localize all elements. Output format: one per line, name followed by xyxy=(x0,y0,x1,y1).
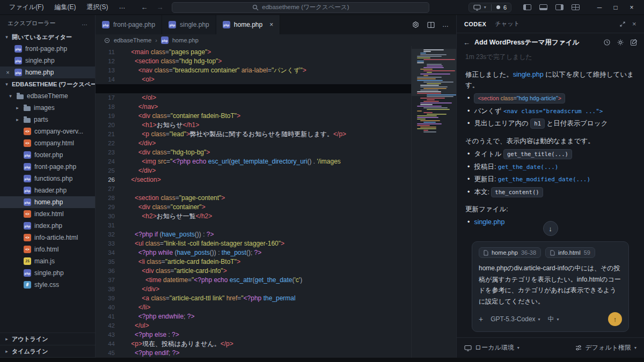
history-icon[interactable] xyxy=(603,39,611,46)
explorer-more-actions-icon[interactable]: … xyxy=(82,20,87,26)
file-tree: ▾edbaseTheme▸images▸parts<>company-overv… xyxy=(0,90,95,333)
close-panel-icon[interactable]: × xyxy=(632,20,636,28)
back-icon[interactable]: ← xyxy=(463,39,470,47)
workspace-label: EDBASETHEME (ワークスペース) xyxy=(12,80,95,88)
send-button[interactable]: ↑ xyxy=(608,312,622,326)
file-link[interactable]: single.php xyxy=(513,71,544,78)
add-context-button[interactable]: + xyxy=(479,315,483,323)
folder-icon xyxy=(24,118,31,123)
timeline-section[interactable]: ▸ タイムライン xyxy=(0,345,95,358)
explorer-title: エクスプローラー xyxy=(8,19,56,27)
code-line-21: 21 <p class="lead">弊社や製品に関するお知らせを随時更新します… xyxy=(96,130,456,139)
tree-item-home.php[interactable]: phphome.php xyxy=(0,196,95,208)
php-icon: php xyxy=(223,21,230,28)
php-icon: php xyxy=(14,57,22,64)
minimap[interactable] xyxy=(411,46,456,358)
menu-item-0[interactable]: ファイル(F) xyxy=(4,1,48,13)
tab-codex[interactable]: CODEX xyxy=(464,21,486,27)
breadcrumb-file[interactable]: home.php xyxy=(172,37,199,43)
workspace-header[interactable]: ▾ EDBASETHEME (ワークスペース) xyxy=(0,78,95,90)
tab-single.php[interactable]: phpsingle.php xyxy=(162,15,216,34)
code-editor[interactable]: 11 <main class="pages page">12 <section … xyxy=(96,46,456,358)
tab-bar: phpfront-page.phpphpsingle.phpphphome.ph… xyxy=(96,15,456,34)
tree-item-single.php[interactable]: phpsingle.php xyxy=(0,267,95,279)
minimize-button[interactable]: ─ xyxy=(591,4,608,11)
toggle-secondary-sidebar-icon[interactable] xyxy=(555,4,564,10)
customize-layout-icon[interactable] xyxy=(572,4,580,10)
session-indicator[interactable]: ▾ 6 xyxy=(469,3,511,12)
open-editor-front-page.php[interactable]: phpfront-page.php xyxy=(0,43,95,55)
php-icon: php xyxy=(169,21,176,28)
environment-selector[interactable]: ローカル環境 ▾ xyxy=(464,343,519,352)
collapsed-region[interactable] xyxy=(96,84,456,93)
split-editor-icon[interactable] xyxy=(427,21,435,28)
php-icon: php xyxy=(24,187,31,194)
tab-home.php[interactable]: phphome.php× xyxy=(216,15,280,34)
close-button[interactable]: × xyxy=(624,4,640,11)
toggle-sidebar-icon[interactable] xyxy=(523,4,531,10)
outline-section[interactable]: ▸ アウトライン xyxy=(0,333,95,345)
toggle-panel-icon[interactable] xyxy=(539,4,547,10)
forward-icon[interactable]: → xyxy=(156,3,163,11)
code-line-23: 23 <div class="hdg-top-bg"> xyxy=(96,148,456,157)
context-chip-info.html[interactable]: info.html59 xyxy=(545,247,595,258)
close-tab-icon[interactable]: × xyxy=(269,21,273,28)
open-editor-home.php[interactable]: ×phphome.php xyxy=(0,67,95,78)
effort-selector[interactable]: 中 ▾ xyxy=(548,315,559,324)
permission-selector[interactable]: デフォルト権限 ▾ xyxy=(575,343,636,352)
file-link[interactable]: single.php xyxy=(474,218,504,226)
tree-item-company.html[interactable]: <>company.html xyxy=(0,137,95,149)
code-line-11: 11 <main class="pages page"> xyxy=(96,48,456,57)
php-icon: php xyxy=(24,222,31,230)
tree-item-style.css[interactable]: #style.css xyxy=(0,279,95,291)
back-icon[interactable]: ← xyxy=(141,3,148,11)
code-line-41: 41 <?php endwhile; ?> xyxy=(96,312,456,321)
open-editors-header[interactable]: ▾ 開いているエディター xyxy=(0,31,95,43)
tree-item-footer.php[interactable]: phpfooter.php xyxy=(0,149,95,161)
expand-panel-icon[interactable] xyxy=(619,21,626,27)
maximize-button[interactable]: □ xyxy=(608,4,624,11)
tree-item-parts[interactable]: ▸parts xyxy=(0,114,95,125)
tree-item-functions.php[interactable]: phpfunctions.php xyxy=(0,173,95,184)
new-chat-icon[interactable] xyxy=(630,39,638,46)
menu-item-2[interactable]: 選択(S) xyxy=(82,1,113,13)
draft-text[interactable]: home.phpのdiv.article-card-infoの中には、その投稿が… xyxy=(479,263,622,307)
code-line-24: 24 <img src="<?php echo esc_url(get_temp… xyxy=(96,157,456,166)
outline-label: アウトライン xyxy=(12,335,48,343)
open-editor-single.php[interactable]: phpsingle.php xyxy=(0,55,95,67)
close-editor-icon[interactable]: × xyxy=(4,69,11,76)
tree-item-header.php[interactable]: phpheader.php xyxy=(0,184,95,196)
search-text: edbasetheme (ワークスペース) xyxy=(262,3,349,11)
tree-item-company-overv...[interactable]: <>company-overv... xyxy=(0,125,95,137)
command-center-search[interactable]: edbasetheme (ワークスペース) xyxy=(172,2,429,13)
tab-front-page.php[interactable]: phpfront-page.php xyxy=(96,15,162,34)
code-line-35: 35 <li class="article-card fadein-BtoT"> xyxy=(96,257,456,267)
tab-chat[interactable]: チャット xyxy=(495,20,520,28)
tree-root-folder[interactable]: ▾edbaseTheme xyxy=(0,90,95,102)
tree-item-index.html[interactable]: <>index.html xyxy=(0,208,95,220)
codex-icon[interactable] xyxy=(412,21,420,29)
menubar: ファイル(F)編集(E)選択(S)… xyxy=(4,1,130,13)
code-line-36: 36 <div class="article-card-info"> xyxy=(96,267,456,276)
breadcrumb-folder[interactable]: edbaseTheme xyxy=(114,37,151,43)
scroll-to-bottom-button[interactable]: ↓ xyxy=(543,221,558,236)
php-icon: php xyxy=(24,163,31,171)
open-editors-list: phpfront-page.phpphpsingle.php×phphome.p… xyxy=(0,43,95,78)
model-selector[interactable]: GPT-5.3-Codex ▾ xyxy=(491,315,540,323)
tree-item-info.html[interactable]: <>info.html xyxy=(0,243,95,255)
menu-item-3[interactable]: … xyxy=(114,1,130,13)
code-line-19: 19 <div class="container fadein-BtoT"> xyxy=(96,112,456,121)
tree-item-main.js[interactable]: JSmain.js xyxy=(0,255,95,267)
context-chip-home.php[interactable]: home.php36-38 xyxy=(479,247,541,258)
titlebar: ファイル(F)編集(E)選択(S)… ← → edbasetheme (ワークス… xyxy=(0,0,644,15)
chat-composer[interactable]: home.php36-38info.html59 home.phpのdiv.ar… xyxy=(472,241,629,332)
tree-item-info-article.html[interactable]: <>info-article.html xyxy=(0,232,95,243)
open-editors-label: 開いているエディター xyxy=(12,33,72,41)
settings-gear-icon[interactable] xyxy=(617,39,624,46)
tree-item-images[interactable]: ▸images xyxy=(0,102,95,114)
breadcrumb[interactable]: edbaseTheme › php home.php xyxy=(96,34,456,46)
tree-item-front-page.php[interactable]: phpfront-page.php xyxy=(0,161,95,173)
tree-item-index.php[interactable]: phpindex.php xyxy=(0,220,95,232)
more-actions-icon[interactable]: … xyxy=(442,21,449,28)
menu-item-1[interactable]: 編集(E) xyxy=(49,1,80,13)
